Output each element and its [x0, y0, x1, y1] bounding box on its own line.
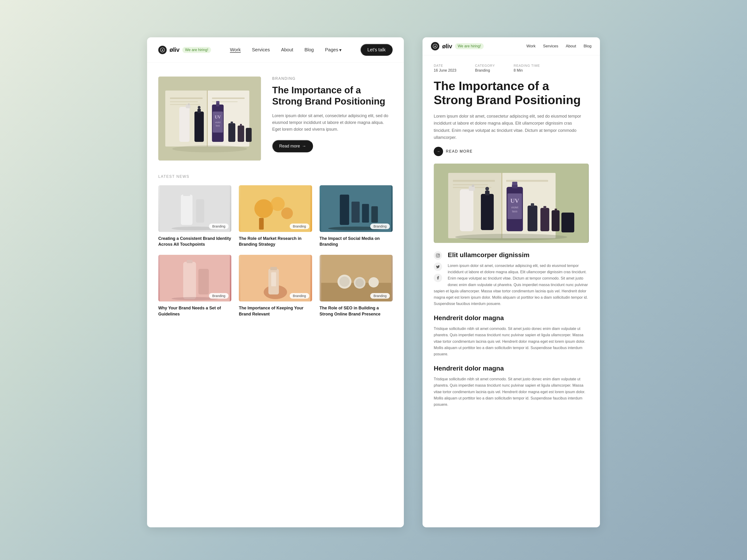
right-nav-services[interactable]: Services [543, 44, 558, 49]
news-item-6[interactable]: Branding The Role of SEO in Building a S… [319, 255, 393, 317]
right-nav-work[interactable]: Work [526, 44, 536, 49]
svg-rect-27 [186, 105, 190, 108]
nav-about[interactable]: About [281, 47, 293, 53]
news-badge-6: Branding [370, 293, 390, 299]
nav-services[interactable]: Services [252, 47, 270, 53]
svg-point-25 [198, 106, 201, 109]
svg-point-96 [439, 254, 439, 255]
svg-rect-13 [216, 101, 220, 103]
news-item-3[interactable]: Branding The Impact of Social Media on B… [319, 185, 393, 247]
svg-rect-84 [551, 210, 560, 231]
article-meta: DATE 16 June 2023 CATEGORY Branding READ… [422, 55, 600, 73]
svg-point-61 [355, 278, 364, 287]
svg-rect-87 [481, 194, 494, 230]
right-logo-mark: ø [431, 42, 439, 50]
svg-rect-70 [453, 184, 488, 185]
svg-rect-41 [340, 195, 349, 225]
news-title-1: Creating a Consistent Brand Identity Acr… [158, 236, 231, 247]
right-nav-about[interactable]: About [566, 44, 576, 49]
news-thumb-3: Branding [319, 185, 393, 232]
svg-rect-9 [212, 98, 244, 99]
svg-point-93 [455, 234, 567, 240]
svg-text:lass: lass [512, 210, 518, 213]
news-item-5[interactable]: Branding The Importance of Keeping Your … [239, 255, 312, 317]
hero-section: UV violet lass [147, 62, 404, 175]
body-heading-1: Elit ullamcorper dignissim [434, 251, 589, 259]
logo-text: øliv [170, 46, 180, 53]
news-badge-2: Branding [290, 223, 309, 229]
svg-rect-54 [270, 267, 277, 270]
svg-text:UV: UV [215, 115, 221, 119]
svg-text:ø: ø [162, 49, 163, 51]
svg-point-59 [339, 276, 350, 287]
nav-pages[interactable]: Pages ▾ [325, 47, 341, 53]
hero-description: Lorem ipsum dolor sit amet, consectetur … [272, 112, 393, 133]
svg-rect-28 [188, 103, 189, 105]
left-nav: ø øliv We are hiring! Work Services Abou… [147, 37, 404, 62]
news-item-4[interactable]: Branding Why Your Brand Needs a Set of G… [158, 255, 231, 317]
svg-rect-8 [170, 104, 200, 105]
facebook-icon[interactable] [434, 274, 442, 282]
article-hero-image: UV violet lass [434, 164, 589, 243]
nav-work[interactable]: Work [230, 47, 241, 53]
read-more-button[interactable]: Read more → [272, 140, 313, 152]
news-thumb-2: Branding [239, 185, 312, 232]
news-thumb-1: Branding [158, 185, 231, 232]
news-thumb-4: Branding [158, 255, 231, 301]
svg-rect-83 [543, 206, 546, 209]
svg-text:violet: violet [511, 206, 518, 209]
news-title-2: The Role of Market Research in Branding … [239, 236, 312, 247]
article-body: Elit ullamcorper dignissim Lorem ipsum d… [422, 243, 600, 415]
svg-rect-26 [179, 107, 189, 142]
read-more-circle[interactable]: → READ MORE [422, 141, 600, 156]
svg-rect-23 [195, 111, 204, 142]
svg-rect-21 [240, 124, 242, 126]
right-logo-text: øliv [442, 43, 452, 50]
svg-point-37 [271, 197, 285, 211]
svg-rect-22 [246, 128, 252, 142]
instagram-icon[interactable] [434, 251, 442, 260]
svg-text:UV: UV [510, 197, 519, 204]
svg-rect-82 [540, 208, 549, 231]
arrow-icon: → [302, 144, 306, 149]
article-lead: Lorem ipsum dolor sit amet, consectetur … [422, 107, 600, 141]
svg-point-38 [281, 208, 293, 219]
news-badge-4: Branding [209, 293, 229, 299]
svg-rect-47 [183, 262, 196, 299]
svg-rect-18 [228, 123, 235, 142]
lets-talk-button[interactable]: Let's talk [360, 44, 393, 56]
right-nav: ø øliv We are hiring! Work Services Abou… [422, 37, 600, 55]
svg-rect-81 [531, 203, 534, 207]
svg-rect-88 [485, 191, 490, 195]
circle-btn-icon: → [434, 147, 443, 156]
body-heading-3: Hendrerit dolor magna [434, 365, 589, 372]
svg-rect-39 [259, 218, 264, 230]
hero-content: BRANDING The Importance of a Strong Bran… [272, 77, 393, 152]
nav-blog[interactable]: Blog [304, 47, 314, 53]
svg-point-62 [368, 277, 379, 288]
news-thumb-5: Branding [239, 255, 312, 301]
svg-rect-86 [561, 213, 574, 232]
social-icons [434, 251, 442, 282]
svg-point-29 [172, 145, 247, 152]
svg-rect-66 [448, 173, 502, 238]
twitter-icon[interactable] [434, 263, 442, 271]
svg-rect-6 [170, 98, 203, 99]
svg-rect-44 [371, 206, 378, 222]
news-item-2[interactable]: Branding The Role of Market Research in … [239, 185, 312, 247]
meta-reading: READING TIME 8 Min [514, 64, 540, 73]
svg-rect-24 [198, 109, 201, 113]
svg-rect-90 [460, 189, 473, 231]
svg-rect-72 [506, 180, 548, 182]
section-label: LATEST NEWS [158, 175, 393, 179]
body-text-3: Tristique sollicitudin nibh sit amet com… [434, 376, 589, 408]
right-card: ø øliv We are hiring! Work Services Abou… [422, 37, 600, 527]
logo-mark: ø [158, 46, 167, 54]
svg-text:ø: ø [434, 45, 436, 48]
news-item-1[interactable]: Branding Creating a Consistent Brand Ide… [158, 185, 231, 247]
news-grid-top: Branding Creating a Consistent Brand Ide… [158, 185, 393, 247]
hiring-badge: We are hiring! [182, 47, 211, 53]
svg-point-36 [254, 199, 273, 218]
latest-news-section: LATEST NEWS Branding Creating a Consis [147, 175, 404, 339]
right-nav-blog[interactable]: Blog [584, 44, 592, 49]
